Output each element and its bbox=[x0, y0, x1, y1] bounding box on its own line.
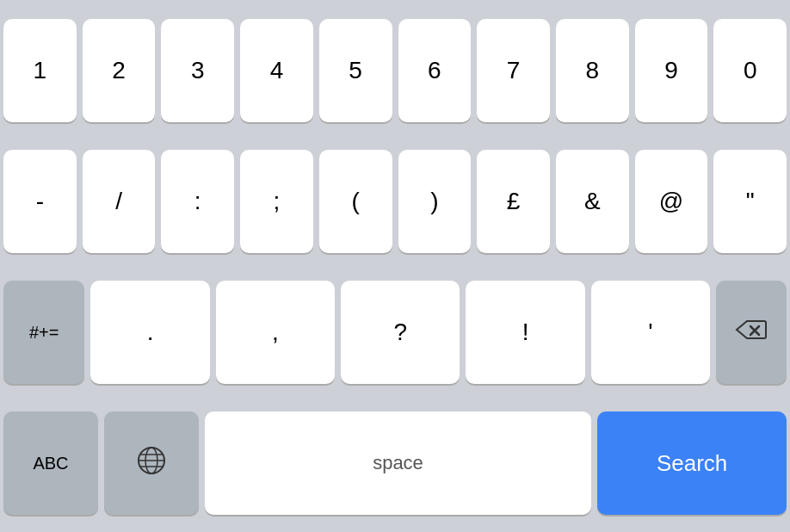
space-label: space bbox=[373, 452, 423, 474]
key-lparen[interactable]: ( bbox=[319, 150, 392, 253]
key-1[interactable]: 1 bbox=[3, 19, 77, 122]
globe-button[interactable] bbox=[104, 411, 199, 515]
key-dash[interactable]: - bbox=[3, 150, 77, 253]
bottom-row: ABC space Search bbox=[3, 411, 787, 515]
key-9[interactable]: 9 bbox=[635, 19, 708, 122]
key-apostrophe[interactable]: ' bbox=[591, 281, 710, 384]
search-button[interactable]: Search bbox=[597, 411, 787, 515]
key-exclaim[interactable]: ! bbox=[466, 281, 584, 384]
key-comma[interactable]: , bbox=[216, 281, 335, 384]
key-quote[interactable]: " bbox=[713, 150, 787, 253]
key-4[interactable]: 4 bbox=[240, 19, 313, 122]
search-label: Search bbox=[657, 450, 727, 477]
delete-button[interactable] bbox=[716, 281, 787, 384]
symbols2-row: #+= . , ? ! ' bbox=[3, 281, 787, 384]
key-8[interactable]: 8 bbox=[556, 19, 629, 122]
key-at[interactable]: @ bbox=[635, 150, 708, 253]
globe-icon bbox=[136, 445, 167, 482]
key-2[interactable]: 2 bbox=[83, 19, 156, 122]
key-colon[interactable]: : bbox=[161, 150, 234, 253]
key-6[interactable]: 6 bbox=[398, 19, 472, 122]
key-0[interactable]: 0 bbox=[713, 19, 787, 122]
number-row: 1 2 3 4 5 6 7 8 9 0 bbox=[3, 19, 787, 122]
key-semicolon[interactable]: ; bbox=[240, 150, 313, 253]
hash-plus-equals-button[interactable]: #+= bbox=[3, 281, 84, 384]
key-3[interactable]: 3 bbox=[161, 19, 234, 122]
key-question[interactable]: ? bbox=[341, 281, 460, 384]
key-pound[interactable]: £ bbox=[477, 150, 550, 253]
abc-button[interactable]: ABC bbox=[3, 411, 98, 515]
key-period[interactable]: . bbox=[90, 281, 209, 384]
abc-label: ABC bbox=[33, 454, 68, 473]
key-5[interactable]: 5 bbox=[319, 19, 392, 122]
keyboard: 1 2 3 4 5 6 7 8 9 0 - / : ; ( ) £ & @ " … bbox=[0, 0, 790, 532]
delete-icon bbox=[735, 318, 768, 348]
key-slash[interactable]: / bbox=[83, 150, 156, 253]
symbols1-row: - / : ; ( ) £ & @ " bbox=[3, 150, 787, 253]
key-7[interactable]: 7 bbox=[477, 19, 550, 122]
space-button[interactable]: space bbox=[205, 411, 592, 515]
key-amp[interactable]: & bbox=[556, 150, 629, 253]
key-rparen[interactable]: ) bbox=[398, 150, 472, 253]
